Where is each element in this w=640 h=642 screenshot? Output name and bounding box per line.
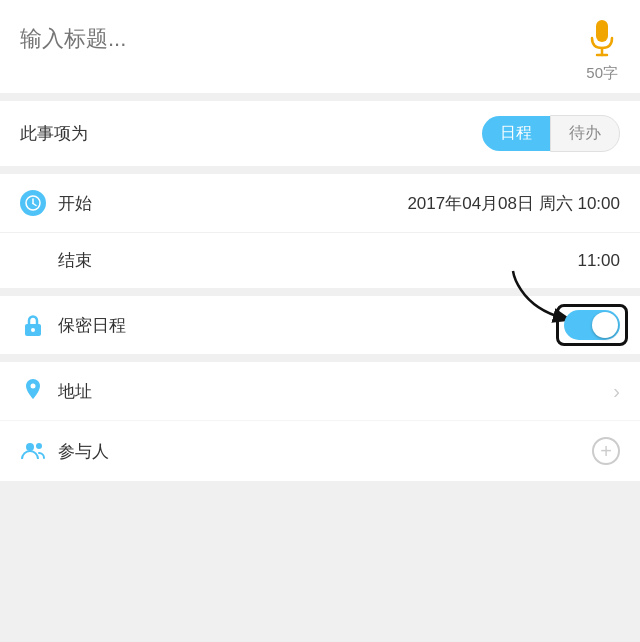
end-value: 11:00 xyxy=(577,251,620,271)
main-container: 50字 此事项为 日程 待办 开始 2017年04月08日 周六 10:00 结… xyxy=(0,0,640,642)
address-section[interactable]: 地址 › xyxy=(0,362,640,421)
svg-rect-0 xyxy=(596,20,608,42)
svg-point-10 xyxy=(26,443,34,451)
toggle-knob xyxy=(592,312,618,338)
title-input[interactable] xyxy=(20,26,584,52)
start-row[interactable]: 开始 2017年04月08日 周六 10:00 xyxy=(0,174,640,233)
participants-label: 参与人 xyxy=(58,440,109,463)
private-label: 保密日程 xyxy=(58,314,126,337)
start-value: 2017年04月08日 周六 10:00 xyxy=(407,192,620,215)
todo-button[interactable]: 待办 xyxy=(550,115,620,152)
category-buttons: 日程 待办 xyxy=(482,115,620,152)
category-label: 此事项为 xyxy=(20,122,88,145)
address-chevron: › xyxy=(613,380,620,403)
location-icon xyxy=(20,378,46,404)
people-icon xyxy=(20,438,46,464)
toggle-wrapper xyxy=(564,310,620,340)
schedule-button[interactable]: 日程 xyxy=(482,116,550,151)
title-section: 50字 xyxy=(0,0,640,93)
end-label: 结束 xyxy=(58,249,92,272)
time-section: 开始 2017年04月08日 周六 10:00 结束 11:00 xyxy=(0,174,640,288)
clock-icon xyxy=(20,190,46,216)
private-section: 保密日程 xyxy=(0,296,640,354)
lock-icon xyxy=(20,312,46,338)
svg-point-7 xyxy=(31,328,35,332)
start-label: 开始 xyxy=(58,192,108,215)
char-count: 50字 xyxy=(20,64,620,83)
mic-button[interactable] xyxy=(584,18,620,60)
address-label: 地址 xyxy=(58,380,92,403)
private-toggle[interactable] xyxy=(564,310,620,340)
svg-line-5 xyxy=(33,204,36,206)
add-participant-button[interactable]: + xyxy=(592,437,620,465)
svg-point-11 xyxy=(36,443,42,449)
svg-point-9 xyxy=(31,384,36,389)
end-row[interactable]: 结束 11:00 xyxy=(0,233,640,288)
category-section: 此事项为 日程 待办 xyxy=(0,101,640,166)
participants-section[interactable]: 参与人 + xyxy=(0,421,640,481)
